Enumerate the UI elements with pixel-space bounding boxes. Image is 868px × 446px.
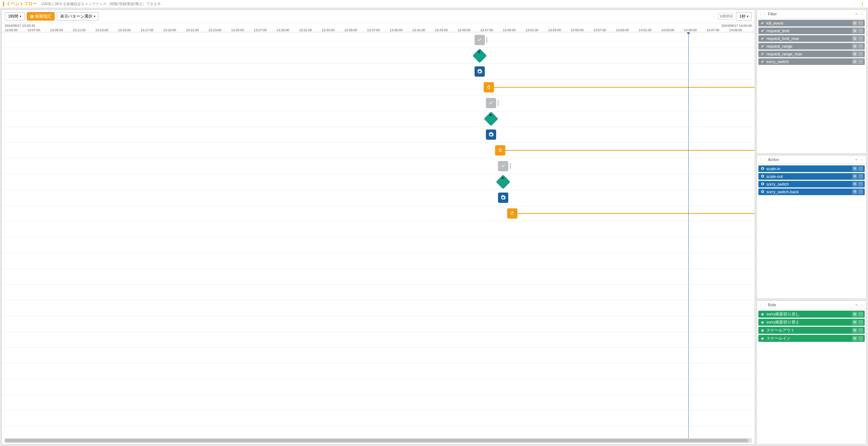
kebab-menu-icon[interactable]: ⋮: [860, 1, 865, 7]
expand-icon[interactable]: ﹀: [858, 320, 863, 325]
expand-icon[interactable]: ﹀: [858, 166, 863, 171]
open-icon[interactable]: ⧉: [852, 182, 857, 187]
range-set-button[interactable]: ▦ 範囲指定: [27, 12, 55, 21]
list-item[interactable]: ✔request_limit_max⧉﹀: [758, 35, 865, 42]
scrollbar-thumb[interactable]: [5, 439, 748, 442]
list-item[interactable]: ✿sorry_switch⧉﹀: [758, 181, 865, 187]
diamond-icon: ◈: [760, 336, 765, 341]
expand-icon[interactable]: ﹀: [858, 336, 863, 341]
retry-icon: [495, 145, 505, 156]
list-item-label: request_range: [766, 44, 792, 48]
panel-add-icon[interactable]: ＋: [854, 11, 858, 17]
list-item[interactable]: ✿scale-in⧉﹀: [758, 165, 865, 172]
drag-handle-icon[interactable]: ⋮⋮: [759, 303, 766, 307]
timeline-event[interactable]: ✦: [486, 114, 496, 124]
list-item[interactable]: ◈スケールイン⧉﹀: [758, 335, 865, 342]
time-tick: 13:55:00: [571, 28, 593, 32]
open-icon[interactable]: ⧉: [852, 21, 857, 26]
timeline-body[interactable]: ✦✦✦: [2, 32, 755, 438]
time-tick: 13:39:00: [389, 28, 412, 32]
list-item-label: sorry画面切り替え: [766, 319, 799, 325]
list-item[interactable]: ✿scale-out⧉﹀: [758, 173, 865, 180]
expand-icon[interactable]: ﹀: [858, 328, 863, 333]
list-item[interactable]: ◈sorry画面切り戻し⧉﹀: [758, 311, 865, 318]
open-icon[interactable]: ⧉: [852, 320, 857, 325]
expand-icon[interactable]: ﹀: [858, 182, 863, 187]
open-icon[interactable]: ⧉: [852, 59, 857, 64]
time-tick: 14:05:00: [684, 28, 707, 32]
timeline-event[interactable]: ✦: [498, 177, 508, 187]
open-icon[interactable]: ⧉: [852, 36, 857, 41]
time-tick: 13:57:00: [593, 28, 616, 32]
expand-icon[interactable]: ﹀: [858, 59, 863, 64]
open-icon[interactable]: ⧉: [852, 312, 857, 317]
list-item[interactable]: ✔request_limit⧉﹀: [758, 28, 865, 34]
timeline-event[interactable]: [507, 208, 517, 219]
timeline-toolbar: 1時間 ▾ ▦ 範囲指定 表示パターン選択 ▾ 自動更新 1秒 ▾: [2, 10, 755, 23]
gear-icon: [498, 193, 508, 203]
drag-handle-icon[interactable]: ⋮⋮: [759, 157, 766, 161]
check-icon: ✔: [760, 52, 765, 56]
open-icon[interactable]: ⧉: [852, 174, 857, 179]
expand-icon[interactable]: ﹀: [858, 44, 863, 49]
timeline-event[interactable]: [495, 145, 505, 156]
timeline-event[interactable]: [486, 98, 499, 108]
retry-icon: [507, 208, 517, 219]
expand-icon[interactable]: ﹀: [858, 28, 863, 33]
timeline-event[interactable]: [484, 82, 494, 92]
list-item[interactable]: ✔request_range_max⧉﹀: [758, 51, 865, 57]
open-icon[interactable]: ⧉: [852, 336, 857, 341]
open-icon[interactable]: ⧉: [852, 51, 857, 56]
open-icon[interactable]: ⧉: [852, 328, 857, 333]
interval-label: 1秒: [739, 14, 746, 19]
event-duration-bar: [494, 87, 755, 88]
timeline-event[interactable]: [475, 35, 487, 45]
timeline-event[interactable]: [475, 66, 485, 77]
panel-collapse-icon[interactable]: ︿: [860, 302, 864, 307]
range-set-label: 範囲指定: [35, 14, 51, 19]
panel-add-icon[interactable]: ＋: [854, 302, 858, 307]
list-item[interactable]: ✔request_range⧉﹀: [758, 43, 865, 50]
list-item-label: スケールイン: [766, 336, 791, 341]
time-tick: 14:09:00: [729, 28, 752, 32]
drag-handle-icon[interactable]: ⋮⋮: [759, 12, 766, 16]
horizontal-scrollbar[interactable]: [5, 438, 752, 443]
timeline-event[interactable]: [498, 161, 511, 171]
page-subtitle: OASEに関する各種設定をメンテナンス（閲覧/登録/更新/廃止）できます。: [41, 1, 165, 7]
expand-icon[interactable]: ﹀: [858, 189, 863, 194]
expand-icon[interactable]: ﹀: [858, 174, 863, 179]
timeline-event[interactable]: [498, 193, 508, 203]
panel-collapse-icon[interactable]: ︿: [860, 11, 864, 17]
time-tick: 13:07:00: [28, 28, 50, 32]
time-tick: 13:27:00: [254, 28, 276, 32]
gear-icon: ✿: [760, 189, 765, 194]
interval-dropdown[interactable]: 1秒 ▾: [736, 12, 752, 21]
list-item[interactable]: ✔sorry_switch⧉﹀: [758, 58, 865, 65]
action-panel-title: Action: [768, 157, 779, 162]
timeline-event[interactable]: ✦: [475, 51, 485, 61]
range-dropdown[interactable]: 1時間 ▾: [5, 12, 25, 21]
check-icon: ✔: [760, 59, 765, 64]
open-icon[interactable]: ⧉: [852, 189, 857, 194]
open-icon[interactable]: ⧉: [852, 28, 857, 33]
open-icon[interactable]: ⧉: [852, 44, 857, 49]
gear-icon: ✿: [760, 182, 765, 186]
expand-icon[interactable]: ﹀: [858, 36, 863, 41]
time-tick: 13:21:00: [186, 28, 209, 32]
expand-icon[interactable]: ﹀: [858, 21, 863, 26]
open-icon[interactable]: ⧉: [852, 166, 857, 171]
expand-icon[interactable]: ﹀: [858, 51, 863, 56]
panel-add-icon[interactable]: ＋: [854, 157, 858, 162]
time-tick: 13:37:00: [367, 28, 390, 32]
list-item[interactable]: ◈sorry画面切り替え⧉﹀: [758, 319, 865, 326]
list-item[interactable]: ✿sorry_switch-back⧉﹀: [758, 189, 865, 195]
timeline-event[interactable]: [486, 129, 496, 140]
pattern-dropdown[interactable]: 表示パターン選択 ▾: [57, 12, 99, 21]
list-item-label: kill_event: [766, 21, 783, 25]
list-item[interactable]: ◈スケールアウト⧉﹀: [758, 327, 865, 334]
time-tick: 13:41:00: [412, 28, 435, 32]
panel-collapse-icon[interactable]: ︿: [860, 157, 864, 162]
retry-icon: [484, 82, 494, 92]
list-item[interactable]: ✔kill_event⧉﹀: [758, 20, 865, 26]
expand-icon[interactable]: ﹀: [858, 312, 863, 317]
